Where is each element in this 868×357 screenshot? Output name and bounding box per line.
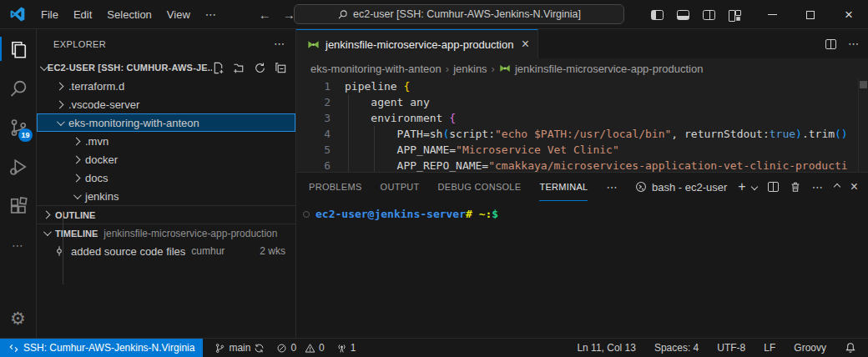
- new-terminal-icon[interactable]: +: [738, 179, 745, 194]
- chevron-down-icon: [73, 191, 82, 199]
- warnings-icon: [305, 343, 315, 354]
- terminal-instance[interactable]: bash - ec2-user: [635, 181, 727, 194]
- errors-count: 0: [290, 342, 296, 354]
- workspace-section-header[interactable]: EC2-USER [SSH: CUMHUR-AWS-JE...: [37, 58, 295, 77]
- menu-selection[interactable]: Selection: [99, 5, 159, 24]
- menu-file[interactable]: File: [33, 5, 66, 24]
- timeline-section-header[interactable]: TIMELINE jenkinsfile-microservice-app-pr…: [37, 224, 295, 242]
- editor-scrollbar[interactable]: [858, 78, 868, 172]
- ports-indicator[interactable]: 1: [336, 342, 356, 354]
- remote-indicator[interactable]: SSH: Cumhur-AWS-Jenkins-N.Virginia: [0, 339, 203, 357]
- tree-item-eks-monitoring[interactable]: eks-monitoring-with-anteon: [37, 113, 295, 132]
- panel-tabs-more-icon[interactable]: ⋯: [606, 181, 618, 194]
- gear-icon: ⚙: [10, 309, 26, 329]
- panel-header: PROBLEMS OUTPUT DEBUG CONSOLE TERMINAL ⋯…: [296, 173, 868, 201]
- chevron-right-icon: [56, 82, 64, 90]
- tree-item-terraform[interactable]: .terraform.d: [37, 77, 295, 95]
- window-minimize-button[interactable]: [753, 0, 791, 29]
- menu-bar: File Edit Selection View ⋯: [33, 5, 224, 24]
- breadcrumb-file[interactable]: jenkinsfile-microservice-app-production: [499, 63, 703, 75]
- panel-more-icon[interactable]: ⋯: [812, 181, 824, 194]
- terminal-instance-label: bash - ec2-user: [652, 181, 727, 194]
- tab-close-icon[interactable]: ×: [522, 38, 529, 51]
- activitybar-run-debug[interactable]: [0, 147, 37, 186]
- remote-label: SSH: Cumhur-AWS-Jenkins-N.Virginia: [23, 342, 194, 354]
- activitybar-extensions[interactable]: [0, 186, 37, 225]
- tree-item-label: .terraform.d: [68, 80, 124, 93]
- nav-back-icon[interactable]: ←: [259, 8, 271, 22]
- minimize-icon: [768, 14, 777, 15]
- chevron-down-icon: [57, 118, 65, 126]
- branch-label: main: [229, 342, 250, 354]
- toggle-secondary-sidebar-icon[interactable]: [703, 10, 715, 20]
- timeline-item-author: cumhur: [191, 245, 225, 257]
- command-decoration-icon[interactable]: [303, 211, 310, 218]
- encoding[interactable]: UTF-8: [717, 342, 745, 354]
- activitybar-more[interactable]: ⋯: [0, 225, 37, 264]
- tab-jenkinsfile[interactable]: jenkinsfile-microservice-app-production …: [296, 29, 538, 58]
- new-folder-icon[interactable]: [233, 62, 245, 74]
- activitybar-settings[interactable]: ⚙: [0, 299, 37, 338]
- menu-more[interactable]: ⋯: [198, 5, 224, 24]
- split-terminal-icon[interactable]: [768, 182, 779, 192]
- chevron-down-icon: [43, 228, 52, 236]
- outline-section-header[interactable]: OUTLINE: [37, 205, 295, 224]
- close-panel-icon[interactable]: ×: [850, 179, 858, 194]
- jenkins-file-icon: [499, 63, 511, 74]
- tree-item-docs[interactable]: docs: [37, 168, 295, 187]
- toggle-panel-icon[interactable]: [677, 10, 689, 20]
- split-editor-icon[interactable]: [825, 39, 836, 49]
- tree-item-vscode-server[interactable]: .vscode-server: [37, 95, 295, 113]
- refresh-icon[interactable]: [254, 62, 266, 74]
- code-line: 5 APP_NAME="Microservice Vet Clinic": [296, 142, 858, 158]
- tree-item-jenkins[interactable]: jenkins: [37, 187, 295, 205]
- tab-debug-console[interactable]: DEBUG CONSOLE: [438, 173, 522, 201]
- cursor-position[interactable]: Ln 11, Col 13: [577, 342, 636, 354]
- new-file-icon[interactable]: [212, 62, 225, 74]
- activitybar-explorer[interactable]: [0, 29, 37, 68]
- window-close-button[interactable]: ×: [830, 0, 868, 29]
- editor-more-icon[interactable]: ⋯: [848, 38, 860, 50]
- breadcrumb-file-label: jenkinsfile-microservice-app-production: [515, 63, 703, 75]
- tree-item-docker[interactable]: docker: [37, 150, 295, 168]
- scm-badge: 19: [18, 128, 32, 142]
- menu-edit[interactable]: Edit: [66, 5, 99, 24]
- terminal-view[interactable]: ec2-user@jenkins-server# ~:$: [296, 201, 868, 338]
- code-editor[interactable]: 1pipeline {2 agent any3 environment {4 P…: [296, 78, 858, 172]
- scrollbar-thumb[interactable]: [860, 81, 867, 88]
- collapse-all-icon[interactable]: [275, 62, 287, 74]
- ports-count: 1: [351, 342, 356, 354]
- code-line: 1pipeline {: [296, 78, 858, 94]
- chevron-right-icon: [73, 173, 81, 182]
- kill-terminal-icon[interactable]: [790, 181, 801, 193]
- activitybar-search[interactable]: [0, 68, 37, 108]
- breadcrumb-folder[interactable]: eks-monitoring-with-anteon: [310, 63, 442, 75]
- tab-terminal[interactable]: TERMINAL: [539, 173, 588, 201]
- problems-indicator[interactable]: 0 0: [276, 342, 324, 354]
- timeline-item[interactable]: added source code files cumhur 2 wks: [37, 242, 295, 260]
- git-branch-icon: [214, 343, 225, 354]
- chevron-right-icon: [43, 211, 51, 219]
- tab-output[interactable]: OUTPUT: [381, 173, 420, 201]
- language-mode[interactable]: Groovy: [794, 342, 826, 354]
- toggle-sidebar-icon[interactable]: [651, 10, 664, 20]
- tree-item-mvn[interactable]: .mvn: [37, 132, 295, 150]
- indent-guide: [348, 94, 349, 172]
- command-center[interactable]: ec2-user [SSH: Cumhur-AWS-Jenkins-N.Virg…: [294, 4, 624, 24]
- eol-sequence[interactable]: LF: [764, 342, 775, 354]
- breadcrumb-folder[interactable]: jenkins: [453, 63, 487, 75]
- bell-icon[interactable]: [845, 342, 856, 354]
- branch-indicator[interactable]: main: [214, 342, 265, 354]
- menu-view[interactable]: View: [159, 5, 198, 24]
- activitybar-source-control[interactable]: 19: [0, 108, 37, 147]
- explorer-more-icon[interactable]: ⋯: [274, 38, 285, 50]
- tab-problems[interactable]: PROBLEMS: [309, 173, 362, 201]
- breadcrumb: eks-monitoring-with-anteon › jenkins › j…: [296, 58, 868, 78]
- window-maximize-button[interactable]: [791, 0, 830, 29]
- workspace-name: EC2-USER [SSH: CUMHUR-AWS-JE...: [48, 63, 212, 73]
- customize-layout-icon[interactable]: [729, 10, 741, 20]
- vscode-window: File Edit Selection View ⋯ ← → ec2-user …: [0, 0, 868, 357]
- indentation[interactable]: Spaces: 4: [654, 342, 699, 354]
- terminal-dropdown-icon[interactable]: [750, 184, 757, 190]
- maximize-panel-icon[interactable]: [833, 184, 840, 190]
